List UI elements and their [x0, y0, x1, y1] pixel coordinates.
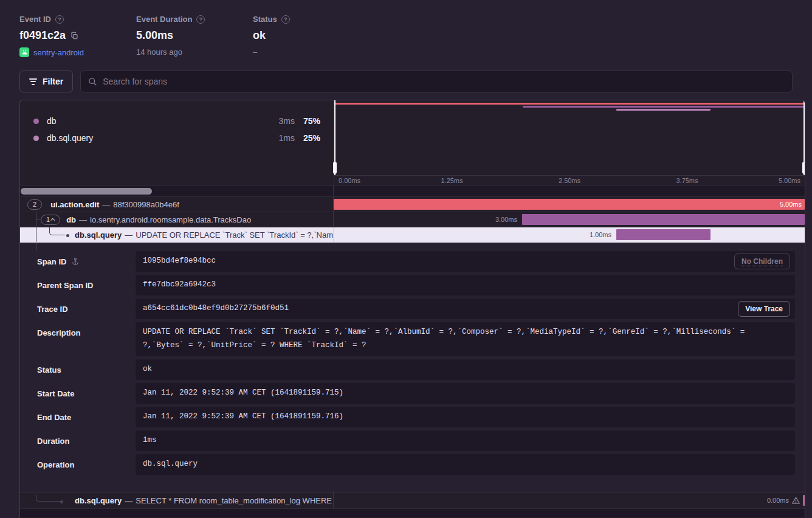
tree-leaf-dot — [60, 500, 63, 503]
op-name: db — [47, 116, 263, 126]
trace-minimap[interactable]: 0.00ms 1.25ms 2.50ms 3.75ms 5.00ms — [334, 100, 805, 185]
ops-breakdown-row[interactable]: db.sql.query 1ms 25% — [33, 130, 320, 147]
span-duration-label: 5.00ms — [780, 197, 802, 212]
tree-guide-line — [36, 227, 36, 242]
span-duration-bar — [522, 214, 805, 225]
span-desc: UPDATE OR REPLACE `Track` SET `TrackId` … — [136, 230, 334, 240]
axis-tick-label: 2.50ms — [559, 177, 580, 184]
span-row-db-sql-query-selected[interactable]: db.sql.query — UPDATE OR REPLACE `Track`… — [20, 227, 805, 243]
event-header: Event ID ? f0491c2a — [0, 0, 812, 57]
span-op: ui.action.edit — [50, 200, 99, 209]
filter-button-label: Filter — [43, 77, 63, 86]
detail-row-description: Description UPDATE OR REPLACE `Track` SE… — [29, 322, 795, 356]
op-percent: 25% — [295, 133, 320, 143]
help-icon[interactable]: ? — [55, 15, 64, 24]
tree-elbow-connector — [36, 495, 61, 502]
status-column: Status ? ok – — [253, 15, 370, 57]
status-label: Status — [253, 15, 277, 24]
duration-value: 1ms — [136, 430, 795, 451]
op-color-dot — [33, 119, 39, 124]
span-desc: io.sentry.android.roomsample.data.Tracks… — [90, 215, 251, 224]
op-name: db.sql.query — [47, 133, 263, 143]
tree-scrollbar-row — [20, 185, 805, 197]
event-duration-value: 5.00ms — [136, 29, 173, 42]
span-row-db[interactable]: 1 db — io.sentry.android.roomsample.data… — [20, 212, 805, 227]
operations-breakdown: db 3ms 75% db.sql.query 1ms 25% — [20, 100, 334, 185]
help-icon[interactable]: ? — [281, 15, 290, 24]
span-op: db.sql.query — [75, 230, 122, 240]
span-duration-bar — [616, 229, 710, 240]
detail-row-span-id: Span ID 1095bd4ef8e94bcc No Children — [29, 251, 795, 272]
minimap-left-handle[interactable] — [333, 162, 337, 174]
event-duration-column: Event Duration ? 5.00ms 14 hours ago — [136, 15, 253, 57]
tree-scrollbar-thumb[interactable] — [21, 188, 152, 195]
chevron-up-icon — [50, 218, 55, 222]
spans-toolbar: Filter — [0, 71, 812, 92]
detail-row-duration: Duration 1ms — [29, 430, 795, 451]
start-date-value: Jan 11, 2022 9:52:39 AM CET (1641891159.… — [136, 383, 795, 404]
tree-elbow-connector — [49, 227, 65, 235]
minimap-span-line — [523, 106, 805, 108]
minimap-right-handle[interactable] — [802, 162, 805, 174]
operation-value: db.sql.query — [136, 454, 795, 475]
minimap-span-line — [334, 103, 805, 105]
axis-tick-label: 0.00ms — [339, 177, 360, 184]
span-desc: 88f300998a0b4e6f — [113, 200, 179, 209]
detail-row-parent-span-id: Parent Span ID ffe7dbc92a6942c3 — [29, 275, 795, 295]
span-id-value: 1095bd4ef8e94bcc — [136, 251, 795, 272]
view-trace-button[interactable]: View Trace — [738, 301, 790, 317]
span-duration-bar — [803, 495, 805, 506]
end-date-value: Jan 11, 2022 9:52:39 AM CET (1641891159.… — [136, 407, 795, 427]
span-duration-label: 0.00ms — [767, 497, 789, 504]
no-children-button: No Children — [734, 254, 790, 269]
parent-span-id-value: ffe7dbc92a6942c3 — [136, 275, 795, 295]
span-op: db — [66, 215, 76, 224]
tree-scrollbar-track[interactable] — [20, 185, 334, 196]
time-axis: 0.00ms 1.25ms 2.50ms 3.75ms 5.00ms — [334, 175, 805, 185]
axis-tick-label: 1.25ms — [441, 177, 463, 184]
project-link[interactable]: sentry-android — [33, 48, 84, 57]
span-op: db.sql.query — [75, 496, 122, 505]
panel-empty-strip — [20, 509, 805, 517]
trace-detail-page: Event ID ? f0491c2a — [0, 0, 812, 518]
event-duration-label: Event Duration — [136, 15, 192, 24]
detail-row-status: Status ok — [29, 359, 795, 380]
span-duration-label: 3.00ms — [495, 212, 517, 227]
anchor-icon[interactable] — [71, 257, 80, 266]
detail-row-start-date: Start Date Jan 11, 2022 9:52:39 AM CET (… — [29, 383, 795, 404]
axis-tick-label: 5.00ms — [779, 177, 800, 184]
help-icon[interactable]: ? — [196, 15, 205, 24]
op-duration: 1ms — [263, 133, 295, 143]
ops-breakdown-row[interactable]: db 3ms 75% — [33, 112, 320, 130]
axis-tick-label: 3.75ms — [676, 177, 698, 184]
children-count-badge[interactable]: 2 — [27, 199, 42, 210]
detail-row-end-date: End Date Jan 11, 2022 9:52:39 AM CET (16… — [29, 407, 795, 427]
span-desc: SELECT * FROM room_table_modification_lo… — [136, 496, 334, 505]
filter-button[interactable]: Filter — [19, 71, 73, 92]
event-age: 14 hours ago — [136, 47, 182, 57]
span-row-db-sql-query-sibling[interactable]: db.sql.query — SELECT * FROM room_table_… — [20, 492, 805, 509]
op-duration: 3ms — [263, 116, 295, 126]
op-color-dot — [33, 136, 39, 141]
minimap-section: db 3ms 75% db.sql.query 1ms 25% — [20, 100, 805, 185]
span-search — [80, 71, 793, 92]
event-id-column: Event ID ? f0491c2a — [19, 15, 136, 57]
android-platform-icon — [19, 47, 29, 57]
op-percent: 75% — [295, 116, 320, 126]
status-value-box: ok — [136, 359, 795, 380]
span-duration-label: 1.00ms — [590, 227, 611, 242]
search-input[interactable] — [103, 77, 785, 86]
description-value: UPDATE OR REPLACE `Track` SET `TrackId` … — [136, 322, 795, 356]
children-count-badge[interactable]: 1 — [41, 215, 60, 225]
trace-waterfall-panel: db 3ms 75% db.sql.query 1ms 25% — [19, 100, 805, 518]
copy-icon[interactable] — [71, 32, 78, 40]
minimap-span-line — [616, 109, 710, 111]
warning-triangle-icon — [792, 497, 800, 504]
trace-id-value: a654cc61dc0b48ef9d0b27275b6f0d51 — [136, 299, 795, 319]
span-row-ui-action-edit[interactable]: 2 ui.action.edit — 88f300998a0b4e6f 5.00… — [20, 197, 805, 212]
tree-leaf-dot — [66, 234, 69, 237]
filter-icon — [29, 78, 37, 85]
search-icon — [88, 77, 97, 86]
detail-row-operation: Operation db.sql.query — [29, 454, 795, 475]
detail-row-trace-id: Trace ID a654cc61dc0b48ef9d0b27275b6f0d5… — [29, 299, 795, 319]
